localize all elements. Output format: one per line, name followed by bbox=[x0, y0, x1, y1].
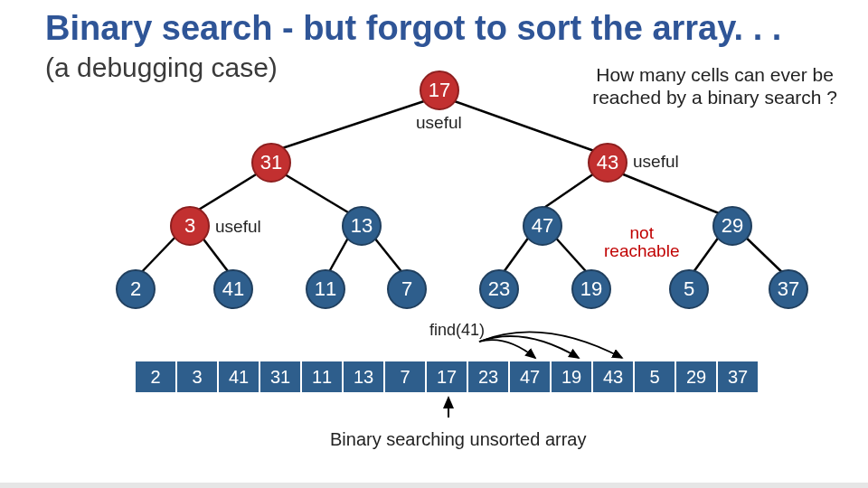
tree-node-5: 5 bbox=[669, 269, 709, 309]
svg-line-0 bbox=[271, 99, 429, 152]
question-line1: How many cells can ever be bbox=[596, 64, 834, 85]
tree-node-7: 7 bbox=[387, 269, 427, 309]
array-cell: 17 bbox=[427, 361, 468, 392]
tree-node-2: 2 bbox=[116, 269, 156, 309]
array-cell: 19 bbox=[552, 361, 593, 392]
find-label: find(41) bbox=[429, 321, 485, 340]
tree-node-43: 43 bbox=[588, 143, 627, 183]
label-useful-43: useful bbox=[633, 152, 679, 172]
footer-bar bbox=[0, 483, 868, 488]
array-cell: 37 bbox=[718, 361, 758, 392]
array-cell: 31 bbox=[260, 361, 302, 392]
array-cell: 29 bbox=[676, 361, 718, 392]
label-useful-root: useful bbox=[416, 113, 462, 133]
array-row: 2 3 41 31 11 13 7 17 23 47 19 43 5 29 37 bbox=[136, 361, 758, 392]
array-cell: 7 bbox=[385, 361, 427, 392]
tree-node-31: 31 bbox=[251, 143, 291, 183]
tree-node-37: 37 bbox=[769, 269, 808, 309]
array-cell: 11 bbox=[302, 361, 344, 392]
label-useful-3: useful bbox=[215, 217, 261, 237]
question-line2: reached by a binary search ? bbox=[592, 87, 837, 108]
array-caption: Binary searching unsorted array bbox=[330, 429, 586, 450]
page-title: Binary search - but forgot to sort the a… bbox=[45, 9, 781, 48]
tree-node-47: 47 bbox=[523, 206, 562, 246]
tree-node-13: 13 bbox=[342, 206, 382, 246]
tree-node-3: 3 bbox=[170, 206, 210, 246]
tree-node-11: 11 bbox=[306, 269, 345, 309]
tree-node-19: 19 bbox=[571, 269, 611, 309]
svg-line-1 bbox=[449, 99, 597, 152]
array-cell: 2 bbox=[136, 361, 177, 392]
svg-line-5 bbox=[617, 172, 723, 215]
tree-node-root: 17 bbox=[420, 70, 459, 110]
array-cell: 3 bbox=[177, 361, 219, 392]
array-cell: 47 bbox=[510, 361, 552, 392]
question-text: How many cells can ever be reached by a … bbox=[589, 61, 841, 110]
svg-line-3 bbox=[280, 172, 353, 215]
page-subtitle: (a debugging case) bbox=[45, 52, 278, 83]
tree-node-23: 23 bbox=[479, 269, 519, 309]
array-cell: 13 bbox=[344, 361, 385, 392]
tree-node-29: 29 bbox=[712, 206, 752, 246]
label-not-reachable: not reachable bbox=[604, 224, 679, 260]
array-cell: 23 bbox=[468, 361, 510, 392]
array-cell: 43 bbox=[593, 361, 635, 392]
array-cell: 41 bbox=[219, 361, 260, 392]
tree-node-41: 41 bbox=[213, 269, 253, 309]
array-cell: 5 bbox=[635, 361, 676, 392]
